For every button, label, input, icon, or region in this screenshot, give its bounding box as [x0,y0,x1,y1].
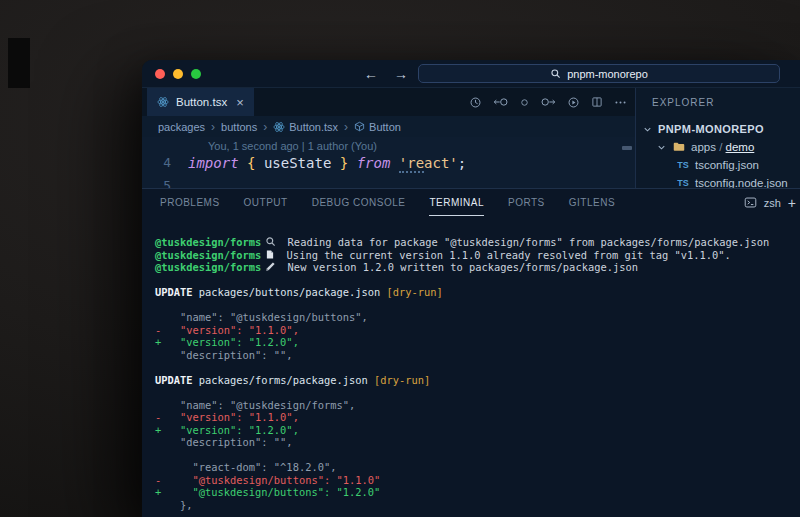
tree-item-tsconfig-json[interactable]: TStsconfig.json [636,156,800,174]
editor-toolbar [469,88,627,116]
panel-tab-gitlens[interactable]: GITLENS [569,189,615,216]
symbol-class-icon [354,121,365,132]
minimize-window-button[interactable] [173,69,183,79]
code-line-partial: 5 [142,178,188,188]
terminal-diff-ctx-line: "react-dom": "^18.2.0", [155,461,800,474]
terminal-update-line: UPDATE packages/forms/package.json [dry-… [155,374,800,387]
terminal-diff-add-line: + "@tuskdesign/buttons": "1.2.0" [155,486,800,499]
breadcrumb-separator: › [211,120,215,134]
line-number: 4 [142,154,188,172]
terminal-blank-line [155,361,800,374]
tree-item-label: apps / demo [691,141,754,153]
ts-icon: TS [676,160,690,170]
breadcrumb: packages›buttons›Button.tsx›Button [142,116,635,137]
terminal-diff-ctx-line: "description": "", [155,436,800,449]
tree-item-label: tsconfig.json [695,159,759,171]
code-line: 4 import { useState } from 'react'; [142,154,466,172]
background-artifact [8,38,30,88]
terminal-diff-add-line: + "version": "1.2.0", [155,424,800,437]
terminal-blank-line [155,449,800,462]
editor-column: Button.tsx × packages›buttons›Button.tsx… [142,88,635,188]
terminal-diff-ctx-line: }, [155,499,800,512]
terminal-diff-del-line: - "@tuskdesign/buttons": "1.1.0" [155,474,800,487]
code-token: act' [424,155,458,171]
history-nav: ← → [364,67,408,81]
terminal-log-line: @tuskdesign/forms Reading data for packa… [155,236,800,249]
panel-tab-ports[interactable]: PORTS [508,189,545,216]
react-icon [157,96,169,108]
panel-tab-debug-console[interactable]: DEBUG CONSOLE [312,189,406,216]
chevron-down-icon [642,124,653,135]
code-token: from [357,155,391,171]
terminal-diff-del-line: - "version": "1.1.0", [155,324,800,337]
panel-header: PROBLEMSOUTPUTDEBUG CONSOLETERMINALPORTS… [142,189,800,216]
search-icon [550,68,561,79]
terminal-log-line: @tuskdesign/forms New version 1.2.0 writ… [155,261,800,274]
ts-icon: TS [676,178,690,188]
document-icon [265,249,275,260]
magnifier-icon [265,236,276,247]
terminal-controls: zsh + [744,195,796,211]
main-row: Button.tsx × packages›buttons›Button.tsx… [142,88,800,188]
vscode-window: ← → pnpm-monorepo Button.tsx × packages›… [142,60,800,517]
zoom-window-button[interactable] [191,69,201,79]
terminal-icon [744,196,757,209]
command-center-search[interactable]: pnpm-monorepo [418,64,780,83]
terminal-update-line: UPDATE packages/buttons/package.json [dr… [155,286,800,299]
tab-button-tsx[interactable]: Button.tsx × [147,88,254,116]
code-editor[interactable]: You, 1 second ago | 1 author (You) 4 imp… [142,137,635,188]
breadcrumb-item-buttons[interactable]: buttons [221,121,257,133]
terminal-blank-line [155,299,800,312]
tree-item-label: tsconfig.node.json [695,177,788,188]
terminal-diff-add-line: + "version": "1.2.0", [155,336,800,349]
terminal-log-line: @tuskdesign/forms Using the current vers… [155,249,800,262]
code-token: useState [255,155,339,171]
terminal-diff-ctx-line: "description": "", [155,349,800,362]
nav-circle-icon[interactable] [519,97,530,108]
split-editor-icon[interactable] [591,96,603,108]
bottom-panel: PROBLEMSOUTPUTDEBUG CONSOLETERMINALPORTS… [142,188,800,517]
breadcrumb-item-packages[interactable]: packages [158,121,205,133]
titlebar: ← → pnpm-monorepo [142,60,800,88]
file-tree: PNPM-MONOREPO apps / demoTStsconfig.json… [636,120,800,188]
back-arrow-icon[interactable]: ← [364,67,378,81]
code-token [348,155,356,171]
editor-scrollbar-thumb[interactable] [622,146,632,150]
search-value: pnpm-monorepo [567,68,648,80]
code-token: 're [399,155,424,173]
panel-tab-problems[interactable]: PROBLEMS [160,189,220,216]
tree-item-tsconfig-node-json[interactable]: TStsconfig.node.json [636,174,800,188]
explorer-header: EXPLORER [636,88,800,108]
code-token [239,155,247,171]
code-content: import { useState } from 'react'; [188,154,466,172]
pencil-icon [265,261,276,272]
close-icon[interactable]: × [236,95,244,110]
folder-icon [672,141,686,153]
panel-tab-terminal[interactable]: TERMINAL [429,189,484,216]
close-window-button[interactable] [155,69,165,79]
code-token: ; [458,155,466,171]
history-icon[interactable] [469,96,482,109]
tree-root-label: PNPM-MONOREPO [658,123,764,135]
nav-forward-icon[interactable] [541,96,556,108]
tab-label: Button.tsx [176,96,227,108]
nav-back-icon[interactable] [493,96,508,108]
tree-root-pnpm-monorepo[interactable]: PNPM-MONOREPO [636,120,800,138]
code-token: import [188,155,239,171]
breadcrumb-item-button[interactable]: Button [354,121,401,133]
run-icon[interactable] [567,96,580,109]
more-actions-icon[interactable] [614,96,627,109]
forward-arrow-icon[interactable]: → [394,67,408,81]
terminal-diff-ctx-line: "name": "@tuskdesign/forms", [155,399,800,412]
react-icon [273,121,285,133]
terminal-output[interactable]: @tuskdesign/forms Reading data for packa… [142,216,800,517]
chevron-down-icon[interactable] [656,142,667,153]
breadcrumb-item-button-tsx[interactable]: Button.tsx [273,121,338,133]
explorer-sidebar: EXPLORER PNPM-MONOREPO apps / demoTStsco… [635,88,800,188]
panel-tab-output[interactable]: OUTPUT [244,189,288,216]
tree-item-apps-demo[interactable]: apps / demo [636,138,800,156]
code-token [390,155,398,171]
breadcrumb-separator: › [344,120,348,134]
line-number: 5 [142,178,188,188]
new-terminal-button[interactable]: + [788,195,796,211]
